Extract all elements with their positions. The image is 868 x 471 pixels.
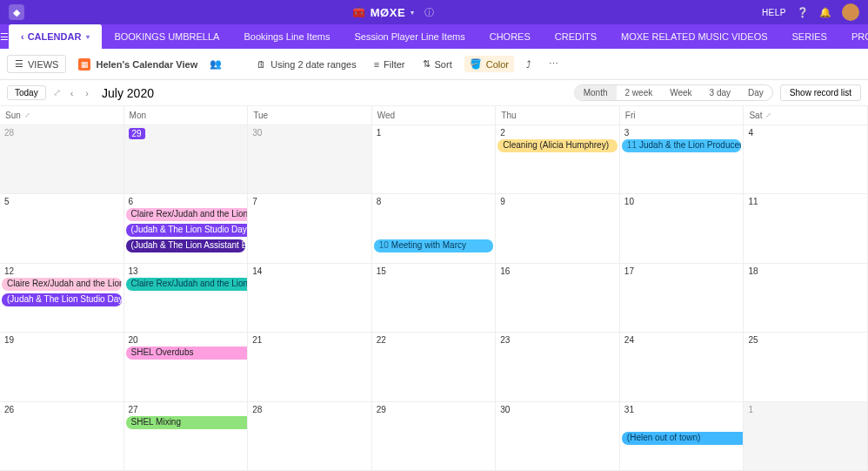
range-3day[interactable]: 3 day bbox=[701, 85, 739, 100]
expand-icon[interactable]: ⤢ bbox=[53, 87, 61, 98]
tab-scroll-left-icon[interactable]: ‹ bbox=[21, 31, 24, 42]
day-cell[interactable]: 2 Cleaning (Alicia Humphrey) bbox=[496, 125, 620, 194]
range-2week[interactable]: 2 week bbox=[617, 85, 662, 100]
briefcase-icon: 🧰 bbox=[352, 6, 365, 18]
day-cell[interactable]: 20 SHEL Overdubs bbox=[124, 333, 249, 401]
tab-chores[interactable]: CHORES bbox=[477, 24, 543, 49]
filter-icon: ≡ bbox=[374, 59, 379, 70]
help-link[interactable]: HELP bbox=[762, 8, 786, 17]
day-cell[interactable]: 7 bbox=[248, 194, 372, 263]
calendar-small-icon: 🗓 bbox=[257, 59, 266, 70]
event-helen-out[interactable]: (Helen out of town) bbox=[622, 432, 744, 445]
day-cell[interactable]: 18 bbox=[744, 264, 868, 333]
dow-sun: Sun⤢ bbox=[0, 106, 124, 125]
views-button[interactable]: ☰VIEWS bbox=[7, 55, 66, 73]
event-studio-rental[interactable]: (Judah & The Lion Studio Day Rental ) bbox=[126, 224, 249, 237]
event-record-sun[interactable]: Claire Rex/Judah and the Lion Re... bbox=[2, 278, 122, 291]
event-cleaning[interactable]: Cleaning (Alicia Humphrey) bbox=[497, 139, 618, 152]
event-meeting-marcy[interactable]: 10Meeting with Marcy bbox=[374, 239, 494, 252]
more-icon[interactable]: ⋯ bbox=[544, 56, 564, 72]
day-cell[interactable]: 26 bbox=[0, 402, 124, 471]
event-hold[interactable]: Claire Rex/Judah and the Lion Hold bbox=[126, 278, 249, 291]
tab-music-videos[interactable]: MOXE RELATED MUSIC VIDEOS bbox=[609, 24, 780, 49]
resize-icon[interactable]: ⤢ bbox=[24, 111, 30, 119]
tab-bookings-umbrella[interactable]: BOOKINGS UMBRELLA bbox=[102, 24, 231, 49]
event-overdubs[interactable]: SHEL Overdubs bbox=[126, 347, 249, 360]
day-cell[interactable]: 1 bbox=[744, 402, 868, 471]
event-producer-visit[interactable]: 11Judah & the Lion Producer Visit bbox=[622, 139, 742, 152]
day-cell[interactable]: 13 Claire Rex/Judah and the Lion Hold bbox=[124, 264, 249, 333]
day-cell[interactable]: 10 bbox=[620, 194, 744, 263]
day-cell[interactable]: 12 Claire Rex/Judah and the Lion Re... (… bbox=[0, 264, 124, 333]
dow-wed: Wed bbox=[372, 106, 497, 125]
day-cell[interactable]: 11 bbox=[744, 194, 868, 263]
day-cell[interactable]: 30 bbox=[496, 402, 620, 471]
day-cell[interactable]: 1 bbox=[372, 125, 497, 194]
day-cell[interactable]: 21 bbox=[248, 333, 372, 401]
tab-credits[interactable]: CREDITS bbox=[543, 24, 609, 49]
day-cell[interactable]: 28 bbox=[248, 402, 372, 471]
list-icon: ☰ bbox=[15, 58, 23, 70]
dow-thu: Thu bbox=[496, 106, 620, 125]
day-cell[interactable]: 8 10Meeting with Marcy bbox=[372, 194, 497, 263]
collaborators-icon[interactable]: 👥 bbox=[210, 58, 222, 70]
calendar-icon: ▦ bbox=[78, 58, 90, 71]
day-cell[interactable]: 25 bbox=[744, 333, 868, 401]
day-cell[interactable]: 4 bbox=[744, 125, 868, 194]
event-studio-sun[interactable]: (Judah & The Lion Studio Day Re... bbox=[2, 293, 122, 306]
share-view-icon[interactable]: ⤴ bbox=[521, 57, 537, 72]
resize-icon[interactable]: ⤢ bbox=[765, 111, 771, 119]
day-cell[interactable]: 29 bbox=[124, 125, 249, 194]
chevron-down-icon[interactable]: ▾ bbox=[411, 9, 414, 17]
day-cell[interactable]: 14 bbox=[248, 264, 372, 333]
help-icon[interactable]: ❔ bbox=[797, 7, 809, 18]
tab-calendar[interactable]: ‹CALENDAR▾ bbox=[9, 24, 102, 49]
day-cell[interactable]: 19 bbox=[0, 333, 124, 401]
date-ranges-button[interactable]: 🗓Using 2 date ranges bbox=[251, 57, 361, 72]
filter-button[interactable]: ≡Filter bbox=[369, 57, 411, 72]
day-cell[interactable]: 29 bbox=[372, 402, 497, 471]
chevron-down-icon[interactable]: ▾ bbox=[86, 33, 90, 41]
avatar[interactable] bbox=[842, 3, 859, 21]
day-cell[interactable]: 31 (Helen out of town) bbox=[620, 402, 744, 471]
day-cell[interactable]: 24 bbox=[620, 333, 744, 401]
day-cell[interactable]: 6 Claire Rex/Judah and the Lion Record (… bbox=[124, 194, 249, 263]
event-mixing[interactable]: SHEL Mixing bbox=[126, 416, 249, 429]
brand-logo-icon[interactable]: ◆ bbox=[9, 4, 24, 20]
hamburger-menu-icon[interactable]: ☰ bbox=[0, 31, 9, 43]
next-month-icon[interactable]: › bbox=[83, 88, 91, 98]
tab-bookings-line-items[interactable]: Bookings Line Items bbox=[231, 24, 342, 49]
day-cell[interactable]: 17 bbox=[620, 264, 744, 333]
day-cell[interactable]: 15 bbox=[372, 264, 497, 333]
range-day[interactable]: Day bbox=[739, 85, 772, 100]
show-record-list-button[interactable]: Show record list bbox=[780, 84, 861, 101]
event-record[interactable]: Claire Rex/Judah and the Lion Record bbox=[126, 208, 249, 221]
info-icon[interactable]: ⓘ bbox=[424, 6, 434, 19]
today-button[interactable]: Today bbox=[7, 85, 46, 100]
day-cell[interactable]: 23 bbox=[496, 333, 620, 401]
calendar-grid: Sun⤢ Mon Tue Wed Thu Fri Sat⤢ 28 29 30 1… bbox=[0, 106, 868, 471]
bell-icon[interactable]: 🔔 bbox=[819, 7, 831, 18]
day-cell[interactable]: 30 bbox=[248, 125, 372, 194]
range-week[interactable]: Week bbox=[661, 85, 700, 100]
day-cell[interactable]: 5 bbox=[0, 194, 124, 263]
workspace-name[interactable]: MØXE bbox=[371, 6, 405, 19]
dow-mon: Mon bbox=[124, 106, 249, 125]
day-cell[interactable]: 28 bbox=[0, 125, 124, 194]
day-cell[interactable]: 3 11Judah & the Lion Producer Visit bbox=[620, 125, 744, 194]
day-cell[interactable]: 22 bbox=[372, 333, 497, 401]
dow-fri: Fri bbox=[620, 106, 744, 125]
day-cell[interactable]: 16 bbox=[496, 264, 620, 333]
tab-production[interactable]: PRODUCTION HOU› bbox=[839, 24, 868, 49]
dow-sat: Sat⤢ bbox=[744, 106, 868, 125]
day-cell[interactable]: 9 bbox=[496, 194, 620, 263]
tab-session-player[interactable]: Session Player Line Items bbox=[343, 24, 477, 49]
event-asst-engineer[interactable]: (Judah & The Lion Assistant Engin... bbox=[126, 239, 246, 252]
prev-month-icon[interactable]: ‹ bbox=[68, 88, 77, 98]
tab-series[interactable]: SERIES bbox=[780, 24, 839, 49]
day-cell[interactable]: 27 SHEL Mixing bbox=[124, 402, 249, 471]
range-month[interactable]: Month bbox=[575, 85, 617, 100]
view-name-chip[interactable]: ▦ Helen's Calendar View bbox=[73, 56, 203, 73]
sort-button[interactable]: ⇅Sort bbox=[417, 56, 457, 72]
color-button[interactable]: 🪣Color bbox=[464, 56, 514, 72]
